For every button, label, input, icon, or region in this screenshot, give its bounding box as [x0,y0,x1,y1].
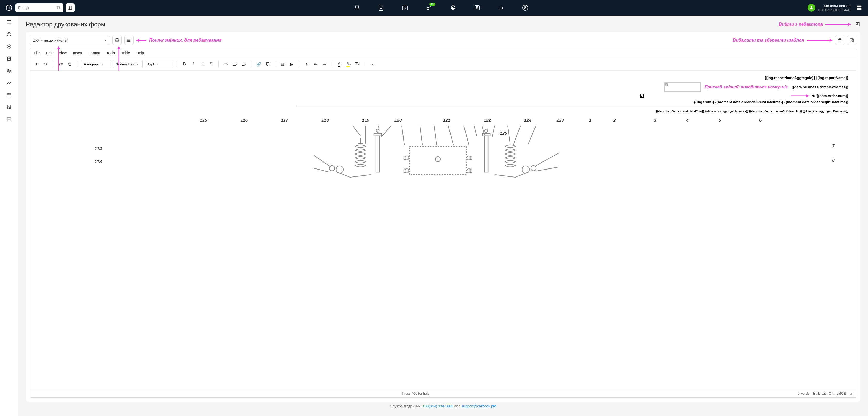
footer-email[interactable]: support@carbook.pro [461,404,496,408]
font-select[interactable]: System Font▼ [113,60,143,68]
rail-box-icon[interactable] [6,44,12,49]
indent-button[interactable]: ⇥ [320,60,328,68]
svg-point-58 [485,129,488,132]
variables-menu-button[interactable] [124,36,133,45]
page-title: Редактор друкованих форм [26,21,105,28]
svg-rect-43 [374,133,381,136]
doc-line2: {{data.businessComplexNames}} [792,85,848,89]
print-button[interactable] [113,36,122,45]
blocks-button[interactable]: ▾≡ [57,60,65,68]
media-button[interactable]: ▶ [288,60,296,68]
footer-phone[interactable]: +38(044) 334-5889 [423,404,454,408]
svg-rect-35 [850,39,853,42]
footer: Служба підтримки: +38(044) 334-5889 або … [26,402,860,411]
bell-icon[interactable] [353,4,361,11]
svg-rect-23 [7,120,10,121]
menu-edit[interactable]: Edit [46,51,53,55]
user-area[interactable]: Максим Іванов СТО CARBOOK (9444) [808,4,850,12]
image-placeholder-2: 🖼 [640,94,644,98]
svg-point-59 [531,166,536,171]
svg-point-20 [8,108,9,109]
redo-button[interactable]: ↷ [42,60,50,68]
chevron-down-icon: ▼ [104,39,106,41]
svg-point-17 [9,70,10,71]
logo-icon[interactable] [5,4,13,11]
svg-point-49 [405,169,409,173]
underline-button[interactable]: U [198,60,206,68]
chart-icon[interactable] [498,4,505,11]
editor-body[interactable]: {{lng.reportNameAggregate}} {{lng.report… [30,70,856,389]
image-button[interactable]: 🖼 [264,60,272,68]
clear-format-button[interactable]: T× [353,60,361,68]
svg-point-53 [467,169,471,173]
highlight-button[interactable]: ✎▾ [345,60,352,68]
template-select-value: ДХЧ - механік (Копія) [33,38,68,42]
delete-button[interactable] [835,36,844,45]
svg-point-16 [8,69,9,70]
save-button[interactable] [847,36,857,45]
outdent-button[interactable]: ⇤ [312,60,319,68]
rail-people-icon[interactable] [6,68,12,73]
status-words: 0 words [798,391,810,395]
svg-point-4 [452,7,454,8]
ul-button[interactable]: ≣▾ [240,60,247,68]
doc-line1: {{lng.reportNameAggregate}} {{lng.report… [38,76,848,80]
side-rail [0,16,18,416]
status-help: Press ⌥0 for help [34,391,798,395]
svg-rect-13 [7,21,11,23]
gear-icon[interactable] [450,4,457,11]
dollar-icon[interactable] [522,4,529,11]
menu-view[interactable]: View [59,51,67,55]
rail-trend-icon[interactable] [6,80,12,86]
svg-marker-34 [830,39,833,42]
annotation-example-var: Приклад змінної: виводиться номер н/з [705,85,788,89]
rail-schedule-icon[interactable] [6,92,12,98]
contact-icon[interactable] [473,4,481,11]
search-input[interactable] [18,6,57,10]
annotation-exit: Вийти з редактора [779,22,823,27]
menu-file[interactable]: File [34,51,40,55]
apps-grid-icon[interactable] [856,4,863,11]
rail-device-icon[interactable] [6,56,12,61]
exit-editor-button[interactable] [855,22,860,27]
user-org: СТО CARBOOK (9444) [818,8,850,12]
annotation-search-vars: Пошук змінних, для редагування [149,38,222,43]
rail-monitor-icon[interactable] [6,19,12,25]
svg-point-3 [427,7,429,9]
more-button[interactable]: ⋯ [369,60,376,68]
align-button[interactable]: ≡▾ [222,60,230,68]
bold-button[interactable]: B [181,60,188,68]
italic-button[interactable]: I [189,60,197,68]
menu-help[interactable]: Help [136,51,144,55]
template-select[interactable]: ДХЧ - механік (Копія) ▼ [30,36,110,45]
search-box[interactable] [16,3,63,12]
menu-format[interactable]: Format [89,51,100,55]
rail-gauge-icon[interactable] [6,32,12,37]
calendar-check-icon[interactable] [401,4,409,11]
ol-button[interactable]: ☰▾ [231,60,239,68]
menu-insert[interactable]: Insert [73,51,82,55]
key-icon[interactable]: 11 [426,4,433,11]
svg-point-8 [811,6,812,8]
doc-line4: {{lng.from}} {{moment data.order.deliver… [38,100,848,104]
size-select[interactable]: 12pt▼ [145,60,173,68]
menu-table[interactable]: Table [121,51,130,55]
table-button[interactable]: ▦▾ [279,60,287,68]
new-doc-icon[interactable] [377,4,385,11]
menu-tools[interactable]: Tools [106,51,115,55]
lineheight-button[interactable]: ↕▾ [303,60,311,68]
link-button[interactable]: 🔗 [255,60,263,68]
bank-button[interactable] [66,3,75,12]
svg-rect-10 [860,6,861,7]
svg-marker-31 [136,39,139,42]
rail-server-icon[interactable] [6,117,12,122]
strike-button[interactable]: S [207,60,215,68]
textcolor-button[interactable]: A▾ [336,60,344,68]
resize-handle-icon[interactable]: ◢ [850,391,852,395]
trash-button[interactable] [66,60,74,68]
paragraph-select[interactable]: Paragraph▼ [81,60,111,68]
svg-rect-2 [403,6,407,10]
rail-sliders-icon[interactable] [6,105,12,110]
svg-point-55 [435,156,440,162]
undo-button[interactable]: ↶ [33,60,41,68]
